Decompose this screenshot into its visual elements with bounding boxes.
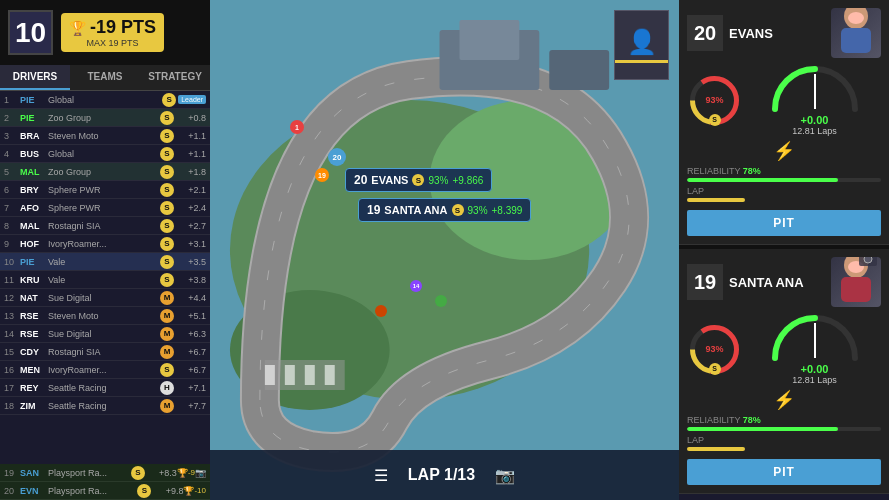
driver-card-santaana: 19 SANTA ANA (679, 249, 889, 494)
bottom-row-evn[interactable]: 20 EVN Playsport Ra... S +9.8 🏆 -10 (0, 482, 210, 500)
svg-rect-20 (841, 277, 871, 302)
santaana-pct: 93% (705, 344, 723, 354)
trophy-icon: 🏆 (69, 20, 86, 36)
driver-row[interactable]: 3 BRA Steven Moto S +1.1 (0, 127, 210, 145)
santaana-avatar (831, 257, 881, 307)
car-marker-1: 1 (290, 120, 304, 134)
driver-row[interactable]: 10 PIE Vale S +3.5 (0, 253, 210, 271)
svg-rect-8 (265, 365, 275, 385)
driver-row[interactable]: 6 BRY Sphere PWR S +2.1 (0, 181, 210, 199)
nav-tabs: DRIVERS TEAMS STRATEGY (0, 65, 210, 91)
track-svg (210, 0, 679, 500)
bottom-row-san[interactable]: 19 SAN Playsport Ra... S +8.3 🏆 -9 📷 (0, 464, 210, 482)
santaana-lap-indicator (687, 447, 745, 451)
tab-strategy[interactable]: STRATEGY (140, 65, 210, 90)
driver-row[interactable]: 12 NAT Sue Digital M +4.4 (0, 289, 210, 307)
svg-point-14 (848, 12, 864, 24)
santaana-reliability: RELIABILITY 78% (687, 415, 881, 431)
position-badge: 10 (8, 10, 53, 55)
driver-row[interactable]: 1 PIE Global S Leader (0, 91, 210, 109)
unknown-driver-portrait: 👤 (614, 10, 669, 80)
driver-row[interactable]: 15 CDY Rostagni SIA M +6.7 (0, 343, 210, 361)
evans-laps: 12.81 Laps (792, 126, 837, 136)
evans-num: 20 (687, 15, 723, 51)
driver-row[interactable]: 8 MAL Rostagni SIA S +2.7 (0, 217, 210, 235)
pts-value: -19 PTS (90, 17, 156, 38)
santaana-fuel-gauge: 93% S (687, 322, 742, 377)
driver-row[interactable]: 11 KRU Vale S +3.8 (0, 271, 210, 289)
bottom-bar: ☰ LAP 1/13 📷 (210, 450, 679, 500)
callout-evans-name: EVANS (371, 174, 408, 186)
lap-text: LAP 1/13 (408, 466, 475, 484)
tab-drivers[interactable]: DRIVERS (0, 65, 70, 90)
car-marker-c (375, 305, 387, 317)
santaana-lightning: ⚡ (687, 389, 881, 411)
svg-rect-13 (841, 28, 871, 53)
camera-button[interactable]: 📷 (495, 466, 515, 485)
callout-santaana-name: SANTA ANA (384, 204, 447, 216)
santaana-pit-button[interactable]: PIT (687, 459, 881, 485)
driver-row[interactable]: 5 MAL Zoo Group S +1.8 (0, 163, 210, 181)
evans-speed: +0.00 (801, 114, 829, 126)
evans-pct: 93% (705, 95, 723, 105)
track-area: 20 19 1 14 👤 20 EVANS S 93% +9.866 19 SA… (210, 0, 679, 500)
pts-sub: MAX 19 PTS (87, 38, 139, 48)
evans-name: EVANS (729, 26, 825, 41)
svg-rect-6 (549, 50, 609, 90)
driver-row[interactable]: 4 BUS Global S +1.1 (0, 145, 210, 163)
tab-teams[interactable]: TEAMS (70, 65, 140, 90)
pts-box: 🏆 -19 PTS MAX 19 PTS (61, 13, 164, 52)
evans-rel-bar (687, 178, 838, 182)
driver-row[interactable]: 2 PIE Zoo Group S +0.8 (0, 109, 210, 127)
driver-row[interactable]: 16 MEN IvoryRoamer... S +6.7 (0, 361, 210, 379)
evans-tire: S (709, 114, 721, 126)
santaana-num: 19 (687, 264, 723, 300)
top-bar: 10 🏆 -19 PTS MAX 19 PTS (0, 0, 210, 65)
driver-list: 1 PIE Global S Leader 2 PIE Zoo Group S … (0, 91, 210, 464)
evans-speed-gauge: +0.00 12.81 Laps (748, 64, 881, 136)
callout-santaana[interactable]: 19 SANTA ANA S 93% +8.399 (358, 198, 531, 222)
car-marker-a: 14 (410, 280, 422, 292)
santaana-tire: S (709, 363, 721, 375)
menu-icon[interactable]: ☰ (374, 466, 388, 485)
santaana-lap-bar: LAP (687, 435, 881, 451)
left-panel: 10 🏆 -19 PTS MAX 19 PTS DRIVERS TEAMS ST… (0, 0, 210, 500)
right-panel: 20 EVANS 93% S (679, 0, 889, 500)
driver-row[interactable]: 18 ZIM Seattle Racing M +7.7 (0, 397, 210, 415)
driver-row[interactable]: 14 RSE Sue Digital M +6.3 (0, 325, 210, 343)
driver-row[interactable]: 9 HOF IvoryRoamer... S +3.1 (0, 235, 210, 253)
svg-rect-11 (325, 365, 335, 385)
evans-fuel-gauge: 93% S (687, 73, 742, 128)
santaana-speed-gauge: +0.00 12.81 Laps (748, 313, 881, 385)
pts-main: 🏆 -19 PTS (69, 17, 156, 38)
driver-row[interactable]: 13 RSE Steven Moto M +5.1 (0, 307, 210, 325)
lap-display: LAP 1/13 (408, 466, 475, 484)
evans-lap-bar: LAP (687, 186, 881, 202)
svg-point-23 (864, 257, 872, 263)
evans-lap-indicator (687, 198, 745, 202)
driver-card-evans: 20 EVANS 93% S (679, 0, 889, 245)
car-marker-b (435, 295, 447, 307)
driver-row[interactable]: 17 REY Seattle Racing H +7.1 (0, 379, 210, 397)
evans-pit-button[interactable]: PIT (687, 210, 881, 236)
bottom-rows: 19 SAN Playsport Ra... S +8.3 🏆 -9 📷 20 … (0, 464, 210, 500)
evans-reliability: RELIABILITY 78% (687, 166, 881, 182)
svg-rect-5 (459, 20, 519, 60)
santaana-speed: +0.00 (801, 363, 829, 375)
santaana-name: SANTA ANA (729, 275, 825, 290)
svg-rect-9 (285, 365, 295, 385)
evans-avatar (831, 8, 881, 58)
driver-row[interactable]: 7 AFO Sphere PWR S +2.4 (0, 199, 210, 217)
santaana-laps: 12.81 Laps (792, 375, 837, 385)
evans-lightning: ⚡ (687, 140, 881, 162)
svg-rect-10 (305, 365, 315, 385)
car-marker-20: 20 (328, 148, 346, 166)
callout-evans[interactable]: 20 EVANS S 93% +9.866 (345, 168, 492, 192)
car-marker-19: 19 (315, 168, 329, 182)
santaana-rel-bar (687, 427, 838, 431)
